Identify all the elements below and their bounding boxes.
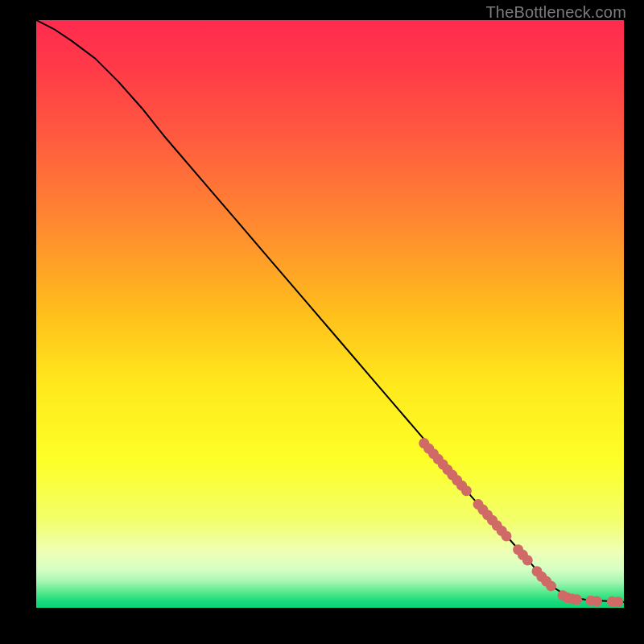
- data-point: [572, 594, 582, 605]
- data-point: [461, 485, 472, 496]
- plot-background: [36, 20, 624, 608]
- data-point: [592, 597, 602, 607]
- data-point: [613, 597, 623, 607]
- data-point: [522, 555, 533, 565]
- data-point: [502, 530, 512, 541]
- data-point: [546, 581, 556, 592]
- chart-plot: [36, 20, 624, 608]
- attribution-text: TheBottleneck.com: [485, 3, 626, 22]
- chart-frame: { "attribution": "TheBottleneck.com", "g…: [0, 0, 644, 644]
